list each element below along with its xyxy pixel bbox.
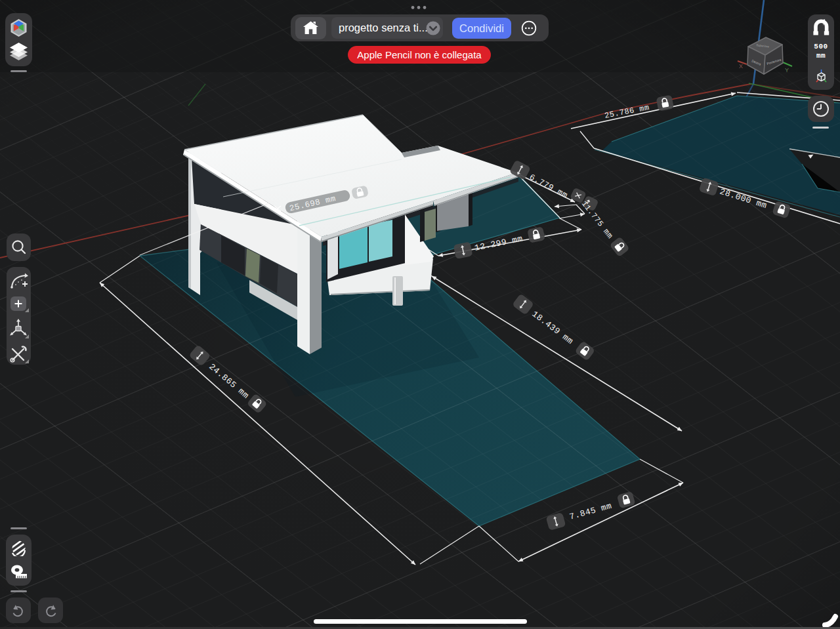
svg-text:Y: Y [785,67,789,73]
svg-text:X: X [739,63,743,70]
